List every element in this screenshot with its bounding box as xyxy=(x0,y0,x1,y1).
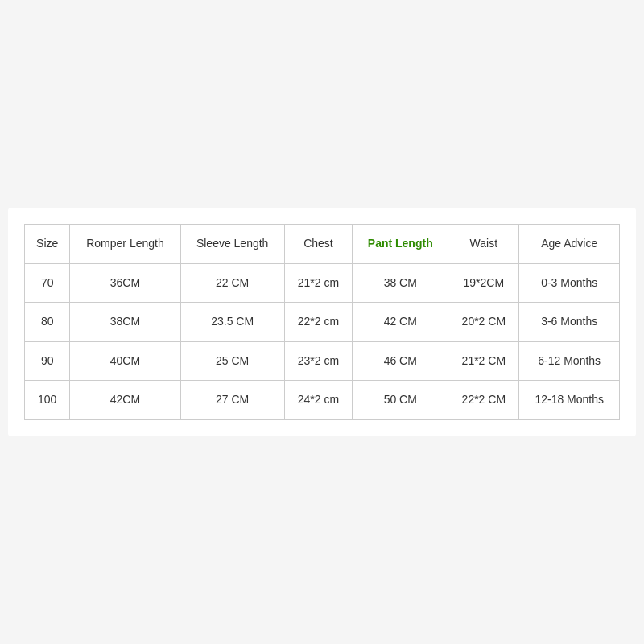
cell-waist: 22*2 CM xyxy=(448,381,519,420)
cell-chest: 23*2 cm xyxy=(284,341,353,381)
cell-waist: 19*2CM xyxy=(448,263,519,303)
cell-size: 100 xyxy=(25,381,70,420)
cell-sleeve_length: 25 CM xyxy=(180,341,284,381)
size-chart-container: Size Romper Length Sleeve Length Chest P… xyxy=(8,208,636,436)
cell-pant_length: 50 CM xyxy=(353,381,448,420)
cell-pant_length: 42 CM xyxy=(353,303,448,342)
cell-waist: 20*2 CM xyxy=(448,303,519,342)
cell-age_advice: 3-6 Months xyxy=(519,303,620,342)
cell-age_advice: 0-3 Months xyxy=(519,263,620,303)
table-row: 7036CM22 CM21*2 cm38 CM19*2CM0-3 Months xyxy=(25,263,620,303)
cell-sleeve_length: 23.5 CM xyxy=(180,303,284,342)
cell-chest: 21*2 cm xyxy=(284,263,353,303)
table-row: 8038CM23.5 CM22*2 cm42 CM20*2 CM3-6 Mont… xyxy=(25,303,620,342)
header-waist: Waist xyxy=(448,225,519,264)
header-pant-length: Pant Length xyxy=(353,225,448,264)
cell-size: 80 xyxy=(25,303,70,342)
cell-age_advice: 12-18 Months xyxy=(519,381,620,420)
header-romper-length: Romper Length xyxy=(70,225,180,264)
table-row: 10042CM27 CM24*2 cm50 CM22*2 CM12-18 Mon… xyxy=(25,381,620,420)
table-header-row: Size Romper Length Sleeve Length Chest P… xyxy=(25,225,620,264)
cell-size: 90 xyxy=(25,341,70,381)
cell-romper_length: 42CM xyxy=(70,381,180,420)
cell-chest: 24*2 cm xyxy=(284,381,353,420)
header-chest: Chest xyxy=(284,225,353,264)
size-chart-table: Size Romper Length Sleeve Length Chest P… xyxy=(24,224,620,420)
cell-size: 70 xyxy=(25,263,70,303)
header-size: Size xyxy=(25,225,70,264)
table-row: 9040CM25 CM23*2 cm46 CM21*2 CM6-12 Month… xyxy=(25,341,620,381)
cell-romper_length: 38CM xyxy=(70,303,180,342)
cell-sleeve_length: 27 CM xyxy=(180,381,284,420)
cell-age_advice: 6-12 Months xyxy=(519,341,620,381)
cell-sleeve_length: 22 CM xyxy=(180,263,284,303)
cell-romper_length: 40CM xyxy=(70,341,180,381)
header-age-advice: Age Advice xyxy=(519,225,620,264)
cell-romper_length: 36CM xyxy=(70,263,180,303)
cell-pant_length: 46 CM xyxy=(353,341,448,381)
cell-waist: 21*2 CM xyxy=(448,341,519,381)
cell-pant_length: 38 CM xyxy=(353,263,448,303)
header-sleeve-length: Sleeve Length xyxy=(180,225,284,264)
cell-chest: 22*2 cm xyxy=(284,303,353,342)
